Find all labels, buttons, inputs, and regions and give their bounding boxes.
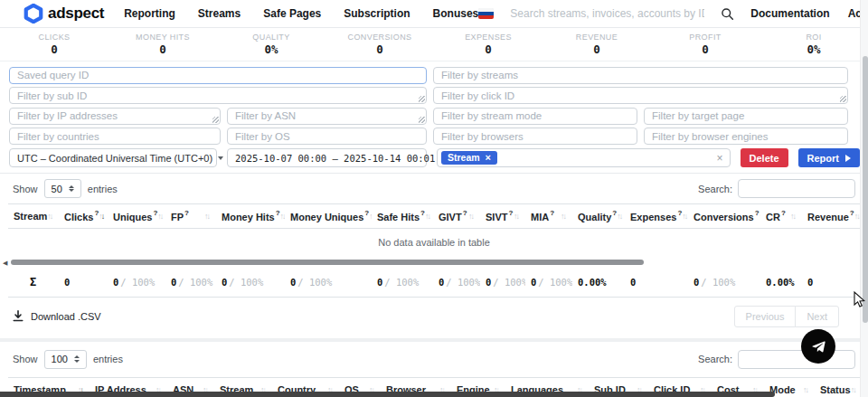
stat-value: 0	[51, 43, 58, 56]
column-header-status[interactable]: Status↑↓	[815, 377, 860, 397]
help-icon: ?	[781, 209, 786, 217]
clicks-table-search-input[interactable]	[738, 350, 855, 369]
stat-conversions: CONVERSIONS0	[326, 28, 434, 61]
download-csv-link[interactable]: Download .CSV	[13, 310, 101, 322]
timezone-select[interactable]: UTC – Coordinated Universal Time (UTC+0)	[9, 148, 217, 167]
report-button[interactable]: Report	[798, 148, 860, 167]
column-header-uniques[interactable]: Uniques?↑↓	[108, 204, 165, 229]
scroll-left-icon[interactable]: ◀	[3, 260, 7, 266]
summary-cell: 0/ 100%	[688, 269, 760, 298]
stream-tag[interactable]: Stream ×	[441, 151, 497, 165]
sort-icon: ↑↓	[851, 385, 858, 394]
filter-stream-mode-input[interactable]	[433, 108, 637, 125]
column-header-fp[interactable]: FP?↑↓	[165, 204, 216, 229]
next-page-button[interactable]: Next	[795, 306, 839, 327]
search-icon[interactable]	[721, 7, 734, 21]
sort-icon: ↑↓	[468, 212, 476, 221]
filter-browsers-input[interactable]	[433, 128, 637, 145]
column-header-cr[interactable]: CR?↑↓	[760, 204, 802, 229]
stat-value: 0%	[807, 43, 820, 56]
summary-cell: 0/ 100%	[372, 269, 433, 298]
sort-icon: ↑↓	[514, 212, 521, 221]
previous-page-button[interactable]: Previous	[734, 306, 797, 327]
telegram-icon	[810, 338, 827, 355]
summary-cell: 0/ 100%	[216, 269, 285, 298]
pagination: Previous Next	[734, 306, 839, 327]
clicks-table-controls: Show 100 entries Search:	[0, 342, 868, 377]
column-header-conversions[interactable]: Conversions?↑↓	[688, 204, 760, 229]
help-icon: ?	[755, 209, 760, 217]
column-header-revenue[interactable]: Revenue?↑↓	[802, 204, 860, 229]
stat-profit: PROFIT0	[651, 28, 760, 61]
column-label: GIVT?	[439, 210, 467, 222]
column-label: Money Hits?	[222, 210, 280, 222]
empty-table-message: No data available in table	[8, 228, 860, 257]
summary-cell: 0/ 100%	[433, 269, 480, 298]
date-range-value: 2025-10-07 00:00 – 2025-10-14 00:01	[235, 153, 435, 164]
report-table-horizontal-scrollbar[interactable]: ◀ ▶	[8, 257, 860, 269]
column-label: Expenses?	[630, 210, 682, 222]
report-table-search-input[interactable]	[738, 179, 855, 198]
stat-label: CLICKS	[39, 33, 71, 42]
page-size-value: 50	[52, 184, 62, 194]
logo[interactable]: adspect	[24, 4, 104, 24]
column-header-givt[interactable]: GIVT?↑↓	[433, 204, 480, 229]
stat-value: 0	[702, 43, 709, 56]
filter-streams-input[interactable]	[433, 67, 848, 84]
stat-label: MONEY HITS	[136, 33, 190, 42]
column-label: MIA?	[531, 210, 554, 222]
russian-flag-icon[interactable]	[478, 8, 494, 19]
column-header-safe-hits[interactable]: Safe Hits?↑↓	[372, 204, 433, 229]
column-header-quality[interactable]: Quality?↑↓	[572, 204, 625, 229]
clicks-table-horizontal-scrollbar[interactable]	[0, 392, 775, 397]
column-header-mia[interactable]: MIA?↑↓	[525, 204, 572, 229]
tag-remove-icon[interactable]: ×	[486, 153, 491, 163]
stream-tag-label: Stream	[448, 153, 480, 163]
select-caret-icon	[74, 355, 80, 363]
filter-ip-input[interactable]	[9, 108, 221, 125]
telegram-button[interactable]	[801, 329, 835, 364]
filter-asn-input[interactable]	[227, 108, 427, 125]
column-header-expenses[interactable]: Expenses?↑↓	[625, 204, 688, 229]
column-header-money-hits[interactable]: Money Hits?↑↓	[216, 204, 285, 229]
filter-browser-engines-input[interactable]	[644, 128, 848, 145]
report-table-footer: Download .CSV Previous Next	[0, 298, 868, 336]
filter-target-page-input[interactable]	[644, 108, 848, 125]
filter-click-id-input[interactable]	[433, 87, 848, 104]
filter-countries-input[interactable]	[9, 128, 221, 145]
stat-expenses: EXPENSES0	[434, 28, 542, 61]
summary-cell: Σ	[8, 269, 59, 298]
play-icon	[845, 155, 851, 162]
page-scrollbar-thumb[interactable]	[863, 56, 868, 323]
column-header-stream[interactable]: Stream↑↓	[8, 204, 59, 229]
nav-link-streams[interactable]: Streams	[198, 7, 241, 20]
global-search-input[interactable]	[510, 7, 704, 20]
report-type-tag-input[interactable]: Stream × ×	[437, 148, 731, 167]
stat-value: 0%	[264, 43, 278, 56]
filter-os-input[interactable]	[227, 128, 427, 145]
nav-link-subscription[interactable]: Subscription	[344, 7, 410, 20]
nav-link-bonuses[interactable]: Bonuses	[433, 7, 479, 20]
logo-text: adspect	[48, 5, 104, 23]
column-label: Uniques?	[113, 210, 157, 222]
clear-tags-icon[interactable]: ×	[717, 153, 723, 164]
page-size-select[interactable]: 50	[44, 179, 81, 198]
column-header-money-uniques[interactable]: Money Uniques?↑↓	[285, 204, 372, 229]
nav-link-reporting[interactable]: Reporting	[124, 7, 175, 20]
stat-value: 0	[485, 43, 492, 56]
navbar-right: DocumentationAccountSign Out	[478, 7, 868, 21]
date-range-input[interactable]: 2025-10-07 00:00 – 2025-10-14 00:01	[227, 148, 427, 167]
column-header-sivt[interactable]: SIVT?↑↓	[480, 204, 525, 229]
page-size-select[interactable]: 100	[44, 350, 87, 369]
nav-link-documentation[interactable]: Documentation	[750, 7, 829, 20]
nav-link-safe-pages[interactable]: Safe Pages	[263, 7, 321, 20]
show-label: Show	[13, 184, 38, 194]
column-header-clicks[interactable]: Clicks?↑↓	[59, 204, 108, 229]
page-scrollbar[interactable]	[860, 0, 868, 397]
scrollbar-thumb[interactable]	[11, 260, 644, 265]
summary-cell: 0	[625, 269, 688, 298]
help-icon: ?	[364, 209, 369, 217]
delete-button[interactable]: Delete	[741, 148, 788, 167]
saved-query-id-input[interactable]	[9, 67, 427, 84]
filter-sub-id-input[interactable]	[9, 87, 427, 104]
